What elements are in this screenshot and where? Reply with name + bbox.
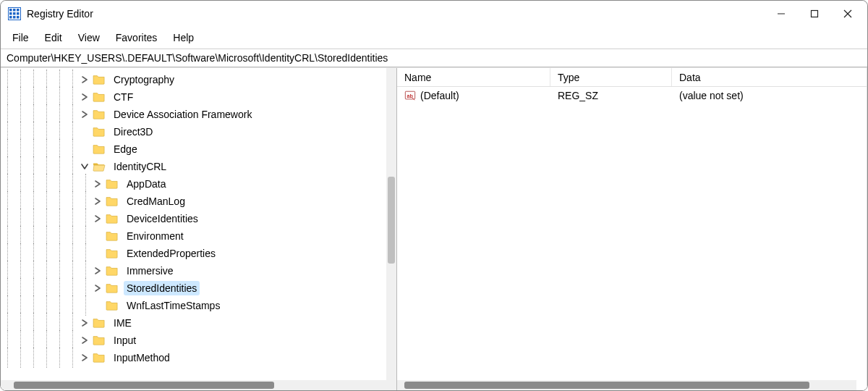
- tree-item-label: Cryptography: [111, 72, 177, 87]
- column-header-data[interactable]: Data: [672, 68, 867, 86]
- menu-edit[interactable]: Edit: [38, 29, 69, 46]
- folder-icon: [105, 178, 119, 190]
- tree-item-label: CTF: [111, 90, 136, 104]
- chevron-right-icon[interactable]: [92, 265, 103, 277]
- tree-item[interactable]: DeviceIdentities: [1, 210, 386, 227]
- tree-item-label: Device Association Framework: [111, 107, 255, 122]
- titlebar: Registry Editor: [1, 1, 867, 27]
- chevron-right-icon[interactable]: [79, 335, 90, 346]
- chevron-right-icon[interactable]: [79, 91, 90, 103]
- tree-item[interactable]: Edge: [1, 140, 386, 158]
- svg-rect-7: [9, 16, 12, 19]
- folder-icon: [92, 352, 106, 363]
- svg-rect-11: [812, 11, 818, 17]
- folder-icon: [105, 248, 119, 259]
- tree-item-label: CredManLog: [124, 194, 188, 209]
- tree-pane: CryptographyCTFDevice Association Framew…: [1, 68, 397, 390]
- tree-item-label: Edge: [111, 142, 140, 156]
- tree-item[interactable]: Direct3D: [1, 123, 386, 140]
- svg-rect-6: [17, 12, 20, 15]
- value-row[interactable]: (Default)REG_SZ(value not set): [397, 87, 867, 104]
- svg-rect-3: [17, 9, 20, 12]
- tree-vertical-scrollbar[interactable]: [386, 68, 396, 380]
- registry-tree[interactable]: CryptographyCTFDevice Association Framew…: [1, 68, 386, 380]
- chevron-right-icon[interactable]: [79, 317, 90, 329]
- tree-horizontal-scrollbar[interactable]: [1, 380, 386, 390]
- svg-rect-8: [13, 16, 16, 19]
- folder-icon: [105, 282, 119, 294]
- tree-item[interactable]: Input: [1, 332, 386, 349]
- chevron-right-icon[interactable]: [92, 213, 103, 224]
- menu-help[interactable]: Help: [166, 29, 201, 46]
- tree-item-label: Input: [111, 333, 139, 348]
- value-data: (value not set): [672, 90, 867, 101]
- tree-item[interactable]: WnfLastTimeStamps: [1, 297, 386, 314]
- menu-view[interactable]: View: [71, 29, 107, 46]
- address-bar[interactable]: Computer\HKEY_USERS\.DEFAULT\Software\Mi…: [1, 49, 867, 67]
- chevron-down-icon[interactable]: [79, 161, 90, 172]
- tree-item[interactable]: Environment: [1, 227, 386, 245]
- folder-icon: [92, 143, 106, 155]
- svg-rect-5: [13, 12, 16, 15]
- chevron-right-icon[interactable]: [79, 109, 90, 120]
- value-type: REG_SZ: [550, 90, 672, 101]
- maximize-button[interactable]: [798, 2, 831, 25]
- menu-favorites[interactable]: Favorites: [109, 29, 165, 46]
- tree-item-label: ExtendedProperties: [124, 246, 218, 261]
- svg-rect-9: [17, 16, 20, 19]
- svg-rect-1: [9, 9, 12, 12]
- folder-icon: [105, 230, 119, 242]
- tree-item[interactable]: CTF: [1, 88, 386, 106]
- values-horizontal-scrollbar[interactable]: [397, 380, 856, 390]
- folder-icon: [92, 335, 106, 346]
- folder-icon: [105, 300, 119, 311]
- tree-item[interactable]: InputMethod: [1, 349, 386, 366]
- tree-item-label: WnfLastTimeStamps: [124, 298, 223, 313]
- regedit-app-icon: [8, 7, 21, 20]
- folder-icon: [105, 265, 119, 277]
- values-list[interactable]: (Default)REG_SZ(value not set): [397, 87, 867, 380]
- column-header-name[interactable]: Name: [397, 68, 550, 86]
- tree-item[interactable]: Cryptography: [1, 71, 386, 88]
- tree-item[interactable]: ExtendedProperties: [1, 245, 386, 262]
- values-horizontal-scroll-thumb[interactable]: [404, 382, 809, 389]
- tree-item-label: Environment: [124, 229, 187, 243]
- close-button[interactable]: [831, 2, 864, 25]
- tree-item-label: IdentityCRL: [111, 159, 169, 174]
- minimize-button[interactable]: [765, 2, 798, 25]
- svg-rect-4: [9, 12, 12, 15]
- tree-item[interactable]: StoredIdentities: [1, 279, 386, 297]
- svg-rect-2: [13, 9, 16, 12]
- tree-item[interactable]: IdentityCRL: [1, 158, 386, 175]
- values-header: Name Type Data: [397, 68, 867, 87]
- tree-item-label: Immersive: [124, 264, 176, 278]
- tree-item[interactable]: IME: [1, 314, 386, 332]
- chevron-right-icon[interactable]: [92, 282, 103, 294]
- window-title: Registry Editor: [27, 8, 93, 20]
- tree-horizontal-scroll-thumb[interactable]: [14, 382, 274, 389]
- tree-item-label: Direct3D: [111, 125, 156, 139]
- menubar: File Edit View Favorites Help: [1, 27, 867, 49]
- tree-item[interactable]: Device Association Framework: [1, 106, 386, 123]
- chevron-right-icon[interactable]: [79, 74, 90, 85]
- tree-item[interactable]: CredManLog: [1, 193, 386, 210]
- tree-vertical-scroll-thumb[interactable]: [388, 177, 395, 264]
- tree-item[interactable]: Immersive: [1, 262, 386, 279]
- folder-icon: [92, 317, 106, 329]
- tree-item-label: StoredIdentities: [124, 281, 200, 295]
- column-header-type[interactable]: Type: [550, 68, 672, 86]
- tree-item[interactable]: AppData: [1, 175, 386, 193]
- chevron-right-icon[interactable]: [79, 352, 90, 363]
- chevron-right-icon[interactable]: [92, 178, 103, 190]
- folder-icon: [105, 196, 119, 207]
- chevron-right-icon[interactable]: [92, 196, 103, 207]
- menu-file[interactable]: File: [5, 29, 36, 46]
- split-container: CryptographyCTFDevice Association Framew…: [1, 67, 867, 390]
- folder-icon: [92, 74, 106, 85]
- folder-icon: [92, 126, 106, 138]
- value-name: (Default): [420, 90, 459, 101]
- folder-icon: [92, 91, 106, 103]
- address-path: Computer\HKEY_USERS\.DEFAULT\Software\Mi…: [7, 52, 388, 64]
- tree-item-label: IME: [111, 316, 135, 330]
- folder-icon: [105, 213, 119, 224]
